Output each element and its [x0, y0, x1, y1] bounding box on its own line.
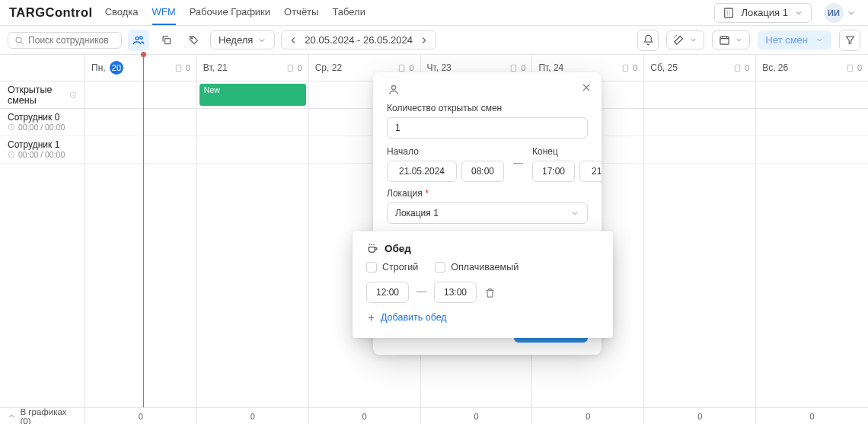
- strict-label: Строгий: [382, 262, 418, 273]
- close-button[interactable]: [577, 78, 595, 97]
- lunch-from-input[interactable]: [366, 282, 409, 303]
- count-input[interactable]: [387, 117, 588, 139]
- count-label: Количество открытых смен: [387, 103, 588, 113]
- person-icon: [387, 83, 400, 97]
- lunch-title-text: Обед: [385, 243, 411, 254]
- end-date-input[interactable]: [579, 161, 602, 182]
- svg-point-17: [391, 85, 395, 89]
- start-time-input[interactable]: [461, 161, 504, 182]
- location-select[interactable]: Локация 1: [387, 202, 588, 224]
- add-lunch-button[interactable]: Добавить обед: [366, 312, 599, 323]
- time-dash: —: [513, 146, 523, 182]
- shift-modal: Количество открытых смен Начало — Конец: [373, 72, 602, 355]
- end-time-input[interactable]: [532, 161, 575, 182]
- lunch-title: Обед: [366, 242, 599, 254]
- start-label: Начало: [387, 146, 504, 157]
- add-lunch-label: Добавить обед: [381, 312, 447, 323]
- coffee-icon: [366, 242, 378, 254]
- checkbox-box: [435, 262, 445, 273]
- strict-checkbox[interactable]: Строгий: [366, 262, 418, 273]
- start-date-input[interactable]: [387, 161, 457, 182]
- paid-label: Оплачиваемый: [451, 262, 519, 273]
- end-label: Конец: [532, 146, 602, 157]
- checkbox-box: [366, 262, 377, 273]
- modal-overlay: Количество открытых смен Начало — Конец: [0, 0, 868, 424]
- close-icon: [580, 81, 592, 94]
- lunch-popover: Обед Строгий Оплачиваемый — Добавить о: [353, 231, 613, 338]
- plus-icon: [366, 313, 376, 323]
- paid-checkbox[interactable]: Оплачиваемый: [435, 262, 519, 273]
- chevron-down-icon: [570, 209, 579, 218]
- trash-icon: [484, 287, 496, 298]
- lunch-dash: —: [416, 285, 426, 300]
- location-field-label: Локация *: [387, 188, 588, 199]
- location-select-value: Локация 1: [395, 208, 439, 218]
- lunch-to-input[interactable]: [434, 282, 477, 303]
- delete-lunch-button[interactable]: [484, 287, 496, 298]
